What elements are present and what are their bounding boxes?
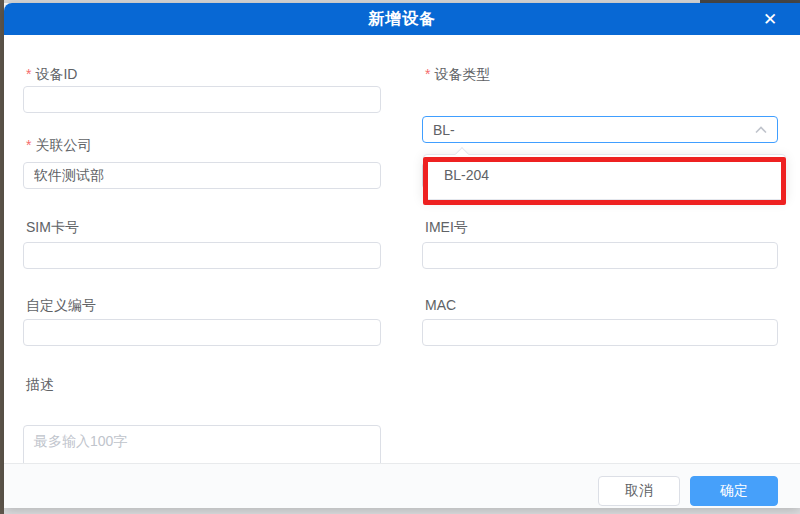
mac-input[interactable] <box>422 319 778 346</box>
company-label: *关联公司 <box>26 136 91 155</box>
device-type-dropdown: BL-204 <box>423 154 786 200</box>
device-id-input[interactable] <box>23 86 381 113</box>
required-marker: * <box>26 66 31 82</box>
close-icon[interactable]: ✕ <box>754 3 786 35</box>
description-label: 描述 <box>26 375 54 394</box>
mac-label: MAC <box>425 296 456 315</box>
chevron-up-icon <box>755 126 767 134</box>
custom-no-label: 自定义编号 <box>26 296 96 315</box>
dropdown-option-bl-204[interactable]: BL-204 <box>444 167 489 183</box>
custom-no-input[interactable] <box>23 319 381 346</box>
device-id-label: *设备ID <box>26 65 77 84</box>
imei-label: IMEI号 <box>425 218 468 237</box>
imei-input[interactable] <box>422 242 778 269</box>
company-input[interactable] <box>23 162 381 189</box>
page-backdrop-bottom <box>4 508 800 514</box>
cancel-button[interactable]: 取消 <box>598 476 680 506</box>
required-marker: * <box>26 137 31 153</box>
dialog-footer: 取消 确定 <box>4 463 800 508</box>
device-type-select[interactable]: BL- <box>422 116 778 143</box>
confirm-button[interactable]: 确定 <box>690 476 778 506</box>
dialog-header: 新增设备 ✕ <box>4 3 800 35</box>
device-type-label: *设备类型 <box>425 65 490 84</box>
dialog-title: 新增设备 <box>368 9 436 30</box>
device-type-value: BL- <box>433 122 755 138</box>
add-device-dialog: 新增设备 ✕ *设备ID *设备类型 BL- *关联公司 BL-204 <box>4 3 800 508</box>
sim-label: SIM卡号 <box>26 218 79 237</box>
sim-input[interactable] <box>23 242 381 269</box>
dialog-body: *设备ID *设备类型 BL- *关联公司 BL-204 SIM卡号 <box>4 35 800 463</box>
required-marker: * <box>425 66 430 82</box>
